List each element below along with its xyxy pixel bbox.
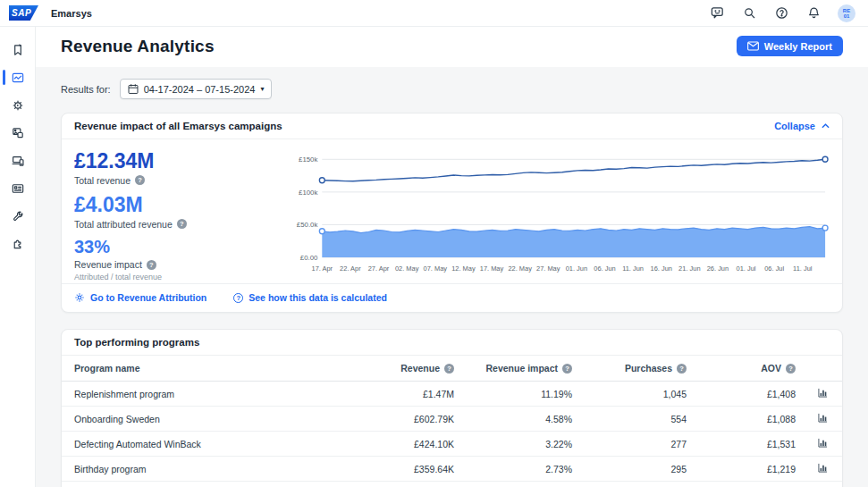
svg-text:21. Jun: 21. Jun: [678, 264, 700, 273]
analytics-icon: [11, 71, 25, 85]
svg-text:16. Jun: 16. Jun: [651, 264, 672, 273]
row-chart-action: [801, 482, 842, 487]
revenue-impact-help-icon[interactable]: ?: [147, 260, 156, 270]
search-icon[interactable]: [741, 5, 757, 21]
aov-column-help-icon[interactable]: ?: [786, 364, 796, 374]
mini-bar-chart-icon[interactable]: [818, 388, 828, 398]
notifications-icon[interactable]: [805, 5, 822, 21]
user-avatar[interactable]: RE01: [838, 4, 855, 22]
revenue-chart-svg: £150k£100k£50.0k£0.0017. Apr22. Apr27. A…: [291, 147, 830, 277]
program-name-cell: Winter Holidays: [62, 482, 354, 487]
sidebar-item-automation[interactable]: [0, 91, 36, 119]
mini-bar-chart-icon[interactable]: [818, 438, 828, 448]
attributed-revenue-value: £4.03M: [74, 194, 291, 216]
revenue-impact-cell: 4.58%: [459, 407, 577, 432]
svg-text:26. Jun: 26. Jun: [707, 264, 729, 273]
bookmark-icon: [11, 43, 25, 57]
chevron-down-icon: ▾: [260, 85, 264, 93]
program-name-cell: Defecting Automated WinBack: [62, 432, 354, 457]
sidebar-item-analytics[interactable]: [0, 63, 36, 91]
svg-text:11. Jul: 11. Jul: [793, 264, 813, 273]
revenue-cell: £359.64K: [354, 457, 459, 482]
wrench-icon: [11, 209, 25, 223]
revenue-impact-cell: 11.19%: [459, 382, 577, 407]
aov-cell: £1,082: [692, 482, 801, 487]
table-row: Winter Holidays £349.35K 2.66% 323 £1,08…: [62, 482, 842, 487]
top-programs-card: Top performing programs Program name Rev…: [61, 329, 843, 487]
main-content: Revenue Analytics Weekly Report Results …: [36, 27, 868, 487]
purchases-cell: 277: [577, 432, 692, 457]
revenue-cell: £1.47M: [354, 382, 459, 407]
sidebar-item-addons[interactable]: [0, 230, 36, 257]
sidebar-item-content[interactable]: [0, 119, 36, 147]
svg-text:22. May: 22. May: [508, 264, 532, 273]
sidebar-item-management[interactable]: [0, 202, 36, 230]
attribution-gear-icon: [74, 292, 85, 303]
purchases-cell: 1,045: [577, 382, 692, 407]
left-nav-sidebar: [0, 27, 36, 487]
automation-gear-icon: [11, 98, 25, 113]
go-to-revenue-attribution-link[interactable]: Go to Revenue Attribution: [74, 292, 206, 303]
programs-table: Program name Revenue? Revenue impact? Pu…: [62, 356, 842, 487]
collapse-button[interactable]: Collapse: [774, 121, 830, 131]
feedback-icon[interactable]: [709, 5, 725, 21]
column-header-chart: [801, 356, 842, 382]
date-range-value: 04-17-2024 – 07-15-2024: [144, 84, 256, 95]
sidebar-item-channels[interactable]: [0, 147, 36, 174]
svg-text:12. May: 12. May: [451, 264, 476, 273]
svg-text:17. Apr: 17. Apr: [312, 264, 333, 273]
revenue-chart: £150k£100k£50.0k£0.0017. Apr22. Apr27. A…: [291, 147, 830, 281]
svg-text:07. May: 07. May: [424, 264, 448, 273]
date-range-picker[interactable]: 04-17-2024 – 07-15-2024 ▾: [120, 79, 273, 99]
results-for-label: Results for:: [61, 84, 111, 95]
total-revenue-help-icon[interactable]: ?: [135, 175, 145, 185]
mini-bar-chart-icon[interactable]: [818, 463, 828, 473]
help-icon[interactable]: [773, 5, 789, 21]
sidebar-item-bookmarks[interactable]: [0, 36, 36, 63]
impact-card-title: Revenue impact of all Emarsys campaigns: [74, 121, 282, 131]
revenue-impact-column-help-icon[interactable]: ?: [562, 364, 572, 374]
revenue-impact-cell: 2.66%: [459, 482, 577, 487]
see-how-calculated-link[interactable]: ? See how this data is calculated: [233, 292, 387, 303]
svg-text:02. May: 02. May: [395, 264, 419, 273]
help-circle-icon: ?: [233, 293, 243, 303]
column-header-revenue-impact[interactable]: Revenue impact?: [459, 356, 577, 382]
column-header-revenue[interactable]: Revenue?: [354, 356, 459, 382]
attributed-revenue-label: Total attributed revenue: [74, 219, 173, 230]
revenue-cell: £602.79K: [354, 407, 459, 432]
svg-text:£50.0k: £50.0k: [297, 221, 318, 229]
revenue-impact-sublabel: Attributed / total revenue: [74, 273, 291, 281]
aov-cell: £1,531: [692, 432, 801, 457]
purchases-cell: 295: [577, 457, 692, 482]
total-revenue-label: Total revenue: [74, 175, 131, 186]
total-revenue-value: £12.34M: [74, 150, 291, 172]
row-chart-action: [801, 382, 842, 407]
column-header-aov[interactable]: AOV?: [692, 356, 801, 382]
table-row: Replenishment program £1.47M 11.19% 1,04…: [62, 382, 842, 407]
column-header-program-name[interactable]: Program name: [62, 356, 354, 382]
program-name-cell: Birthday program: [62, 457, 354, 482]
aov-cell: £1,219: [692, 457, 801, 482]
table-row: Onboarding Sweden £602.79K 4.58% 554 £1,…: [62, 407, 842, 432]
attributed-revenue-help-icon[interactable]: ?: [177, 219, 187, 229]
sidebar-item-contacts[interactable]: [0, 174, 36, 202]
svg-text:01. Jul: 01. Jul: [737, 264, 756, 273]
svg-text:£100k: £100k: [299, 189, 317, 197]
sap-logo: SAP: [9, 5, 38, 21]
revenue-cell: £424.10K: [354, 432, 459, 457]
svg-text:27. Apr: 27. Apr: [368, 264, 390, 273]
column-header-purchases[interactable]: Purchases?: [577, 356, 692, 382]
mini-bar-chart-icon[interactable]: [818, 413, 828, 423]
revenue-impact-label: Revenue impact: [74, 259, 142, 270]
chevron-up-icon: [822, 123, 830, 129]
metrics-panel: £12.34M Total revenue? £4.03M Total attr…: [74, 147, 291, 281]
row-chart-action: [801, 407, 842, 432]
revenue-column-help-icon[interactable]: ?: [444, 364, 454, 374]
purchases-column-help-icon[interactable]: ?: [677, 364, 687, 374]
aov-cell: £1,088: [692, 407, 801, 432]
envelope-icon: [747, 41, 759, 51]
weekly-report-button[interactable]: Weekly Report: [737, 36, 843, 56]
program-name-cell: Onboarding Sweden: [62, 407, 354, 432]
revenue-impact-cell: 2.73%: [459, 457, 577, 482]
revenue-cell: £349.35K: [354, 482, 459, 487]
